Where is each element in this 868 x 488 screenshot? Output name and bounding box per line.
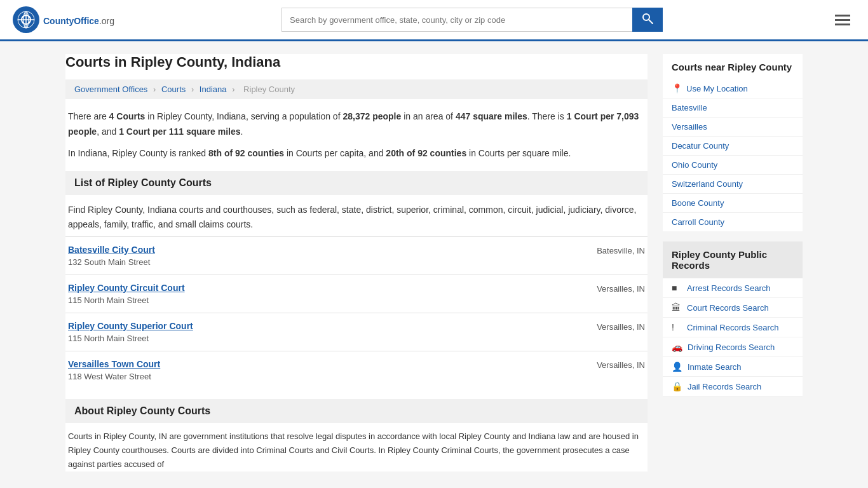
public-records-section: Ripley County Public Records ■Arrest Rec… <box>663 241 803 396</box>
intro-paragraph-2: In Indiana, Ripley County is ranked 8th … <box>65 146 648 161</box>
logo-icon <box>13 6 39 33</box>
use-my-location[interactable]: 📍 Use My Location <box>663 79 803 98</box>
record-label: Criminal Records Search <box>687 323 779 332</box>
search-area <box>281 8 663 32</box>
nearby-link[interactable]: Carroll County <box>663 213 803 231</box>
court-info: Ripley County Circuit Court 115 North Ma… <box>68 283 185 305</box>
sidebar: Courts near Ripley County 📍 Use My Locat… <box>663 54 803 471</box>
record-label: Driving Records Search <box>688 342 775 352</box>
court-row: Batesville City Court 132 South Main Str… <box>68 245 645 267</box>
court-address: 132 South Main Street <box>68 257 155 267</box>
public-records-list: ■Arrest Records Search🏛Court Records Sea… <box>663 278 803 396</box>
search-input[interactable] <box>281 8 632 32</box>
nearby-link[interactable]: Boone County <box>663 194 803 213</box>
public-record-link[interactable]: 🔒Jail Records Search <box>663 377 803 396</box>
logo-text: CountyOffice.org <box>43 13 114 27</box>
court-name[interactable]: Ripley County Circuit Court <box>68 283 185 293</box>
site-header: CountyOffice.org <box>0 0 868 41</box>
record-label: Inmate Search <box>688 362 742 372</box>
court-list: Batesville City Court 132 South Main Str… <box>65 236 648 389</box>
court-city: Versailles, IN <box>597 283 645 294</box>
area: 447 square miles <box>456 111 527 121</box>
intro-paragraph-1: There are 4 Courts in Ripley County, Ind… <box>65 109 648 140</box>
court-name[interactable]: Versailles Town Court <box>68 359 160 369</box>
location-pin-icon: 📍 <box>672 83 682 93</box>
nearby-section: Courts near Ripley County 📍 Use My Locat… <box>663 54 803 231</box>
nearby-link[interactable]: Decatur County <box>663 137 803 156</box>
public-record-link[interactable]: ■Arrest Records Search <box>663 278 803 298</box>
court-city: Batesville, IN <box>597 245 645 255</box>
public-record-link[interactable]: 🚗Driving Records Search <box>663 337 803 357</box>
court-city: Versailles, IN <box>597 359 645 370</box>
record-label: Jail Records Search <box>688 382 761 391</box>
about-section-header: About Ripley County Courts <box>65 399 648 423</box>
breadcrumb: Government Offices › Courts › Indiana › … <box>65 79 648 99</box>
public-record-link[interactable]: 👤Inmate Search <box>663 357 803 377</box>
court-name[interactable]: Batesville City Court <box>68 245 155 255</box>
court-address: 118 West Water Street <box>68 372 160 381</box>
menu-bar-2 <box>835 19 850 21</box>
record-label: Court Records Search <box>687 303 769 313</box>
breadcrumb-courts[interactable]: Courts <box>161 85 186 94</box>
court-list-item: Batesville City Court 132 South Main Str… <box>65 236 648 274</box>
logo[interactable]: CountyOffice.org <box>13 6 114 33</box>
nearby-link[interactable]: Switzerland County <box>663 175 803 194</box>
rank-per-capita: 8th of 92 counties <box>208 148 284 158</box>
breadcrumb-ripley-county: Ripley County <box>243 85 295 94</box>
nearby-title: Courts near Ripley County <box>663 54 803 79</box>
court-info: Ripley County Superior Court 115 North M… <box>68 321 193 343</box>
breadcrumb-indiana[interactable]: Indiana <box>200 85 227 94</box>
record-icon: 👤 <box>672 362 682 372</box>
use-location-label: Use My Location <box>686 84 748 93</box>
court-list-item: Ripley County Circuit Court 115 North Ma… <box>65 274 648 313</box>
svg-line-6 <box>649 20 653 24</box>
nearby-link[interactable]: Ohio County <box>663 156 803 175</box>
court-address: 115 North Main Street <box>68 295 185 305</box>
nearby-links-list: BatesvilleVersaillesDecatur CountyOhio C… <box>663 98 803 231</box>
rank-per-sqmi: 20th of 92 counties <box>386 148 466 158</box>
court-list-item: Ripley County Superior Court 115 North M… <box>65 313 648 351</box>
hamburger-menu-button[interactable] <box>830 12 855 28</box>
court-info: Versailles Town Court 118 West Water Str… <box>68 359 160 381</box>
court-row: Versailles Town Court 118 West Water Str… <box>68 359 645 381</box>
court-list-item: Versailles Town Court 118 West Water Str… <box>65 351 648 389</box>
list-section-header: List of Ripley County Courts <box>65 171 648 195</box>
public-record-link[interactable]: 🏛Court Records Search <box>663 298 803 318</box>
content-area: Courts in Ripley County, Indiana Governm… <box>65 54 648 471</box>
record-label: Arrest Records Search <box>687 283 771 293</box>
list-section-desc: Find Ripley County, Indiana courts and c… <box>65 195 648 236</box>
record-icon: 🏛 <box>672 302 682 313</box>
page-title: Courts in Ripley County, Indiana <box>65 54 648 71</box>
court-address: 115 North Main Street <box>68 334 193 343</box>
court-count: 4 Courts <box>109 111 146 121</box>
court-per-sqmi: 1 Court per 111 square miles <box>119 126 240 137</box>
court-row: Ripley County Circuit Court 115 North Ma… <box>68 283 645 305</box>
record-icon: ■ <box>672 283 682 293</box>
menu-bar-3 <box>835 24 850 25</box>
about-section-text: Courts in Ripley County, IN are governme… <box>65 423 648 471</box>
main-container: Courts in Ripley County, Indiana Governm… <box>53 41 815 484</box>
public-record-link[interactable]: !Criminal Records Search <box>663 318 803 337</box>
search-button[interactable] <box>632 8 663 32</box>
nearby-link[interactable]: Batesville <box>663 98 803 118</box>
court-city: Versailles, IN <box>597 321 645 332</box>
breadcrumb-government-offices[interactable]: Government Offices <box>74 85 147 94</box>
public-records-title: Ripley County Public Records <box>663 241 803 278</box>
court-row: Ripley County Superior Court 115 North M… <box>68 321 645 343</box>
menu-bar-1 <box>835 15 850 17</box>
court-info: Batesville City Court 132 South Main Str… <box>68 245 155 267</box>
nearby-link[interactable]: Versailles <box>663 118 803 137</box>
record-icon: ! <box>672 322 682 332</box>
population: 28,372 people <box>342 111 401 121</box>
court-name[interactable]: Ripley County Superior Court <box>68 321 193 331</box>
record-icon: 🚗 <box>672 342 682 352</box>
record-icon: 🔒 <box>672 381 682 391</box>
